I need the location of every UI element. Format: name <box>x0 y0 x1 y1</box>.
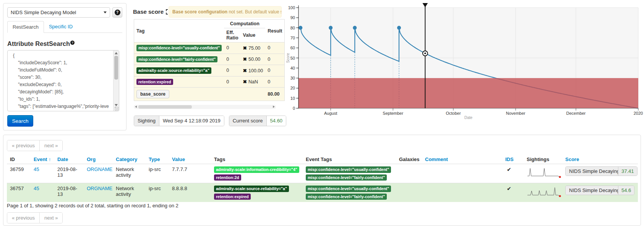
tag-badge[interactable]: admiralty-scale:information-credibility=… <box>214 166 299 173</box>
cursor-handle-icon[interactable] <box>422 3 428 7</box>
multiply-icon: ✖ <box>243 68 247 73</box>
model-select[interactable]: NIDS Simple Decaying Model <box>7 7 110 18</box>
column-header-value[interactable]: Value <box>169 155 211 164</box>
sighting-dot[interactable] <box>329 26 333 30</box>
current-score-label: Current score <box>229 116 267 126</box>
column-header-computation: Computation <box>224 20 265 28</box>
tag-badge[interactable]: misp:confidence-level="usually-confident… <box>136 45 222 51</box>
column-header-event[interactable]: Event ↑ <box>31 155 54 164</box>
tag-badge[interactable]: misp:confidence-level="fairly-confident" <box>306 194 387 200</box>
resize-grip[interactable] <box>115 107 119 111</box>
tag-badge[interactable]: misp:confidence-level="usually-confident… <box>306 166 391 173</box>
column-header-event-tags: Event Tags <box>303 155 396 164</box>
previous-page-button[interactable]: « previous <box>7 213 39 223</box>
scrollbar-thumb[interactable] <box>114 56 118 80</box>
tag-badge[interactable]: misp:confidence-level="fairly-confident" <box>306 174 387 181</box>
sighting-end-dot <box>559 176 561 178</box>
sighting-dot[interactable] <box>353 26 357 30</box>
question-icon: ? <box>115 10 120 15</box>
column-header-category[interactable]: Category <box>113 155 146 164</box>
score-widget[interactable]: NIDS Simple Decaying …54.6 <box>565 186 634 195</box>
y-tick-label: 20 <box>290 86 295 90</box>
search-button[interactable]: Search <box>7 115 33 127</box>
multiply-icon: ✖ <box>243 79 247 85</box>
textarea-scrollbar[interactable] <box>113 50 119 111</box>
horizontal-scrollbar[interactable] <box>134 105 276 109</box>
scrollbar-thumb[interactable] <box>138 105 192 109</box>
column-header-score[interactable]: Score <box>562 155 638 164</box>
org-link[interactable]: ORGNAME <box>87 186 112 191</box>
previous-page-button[interactable]: « previous <box>7 140 39 151</box>
tag-badge[interactable]: misp:confidence-level="fairly-confident" <box>136 56 217 63</box>
scroll-down-icon[interactable] <box>115 104 118 106</box>
tag-badge[interactable]: retention:expired <box>136 79 173 85</box>
tab-specific-id[interactable]: Specific ID <box>44 21 78 33</box>
y-axis-label: Score <box>286 53 290 63</box>
event-link[interactable]: 45 <box>34 166 39 172</box>
result-value: 0 <box>265 76 285 88</box>
next-page-button[interactable]: next » <box>39 140 62 151</box>
cell-galaxies <box>396 183 422 202</box>
scroll-right-icon[interactable] <box>273 106 275 108</box>
event-link[interactable]: 45 <box>34 186 39 191</box>
sighting-dot[interactable] <box>397 26 401 30</box>
column-header-tag: Tag <box>134 20 224 42</box>
result-value: 0 <box>265 42 285 54</box>
x-tick-label: October <box>446 111 461 116</box>
tab-restsearch[interactable]: RestSearch <box>7 21 44 33</box>
cell-category: Network activity <box>113 183 146 202</box>
y-tick-label: 80 <box>290 26 295 30</box>
x-axis-label: Date <box>464 116 473 120</box>
alert-bold-text: Base score configuration <box>172 9 227 15</box>
base-score-chip: base_score <box>136 90 169 98</box>
column-header-result: Result <box>265 20 285 42</box>
column-header-comment[interactable]: Comment <box>422 155 502 164</box>
cursor-score-marker-dot <box>424 52 426 54</box>
sightings-sparkline[interactable] <box>527 186 562 198</box>
sightings-sparkline[interactable] <box>527 166 562 179</box>
tag-badge[interactable]: admiralty-scale:source-reliability="a" <box>136 67 211 74</box>
event-tags: misp:confidence-level="usually-confident… <box>306 166 393 181</box>
computation-value: ✖50.00 <box>241 54 266 65</box>
chevron-down-icon <box>104 11 107 13</box>
column-header-org[interactable]: Org <box>84 155 113 164</box>
base-score-row: misp:confidence-level="usually-confident… <box>134 42 285 54</box>
column-header-galaxies: Galaxies <box>396 155 422 164</box>
attribute-tags: admiralty-scale:information-credibility=… <box>214 166 300 181</box>
tag-badge[interactable]: retention:expired <box>214 194 251 200</box>
column-header-date[interactable]: Date <box>54 155 84 164</box>
current-score-group: Current score 54.60 <box>229 116 286 126</box>
sighting-dot[interactable] <box>298 26 302 30</box>
base-score-total-row: base_score 80.00 <box>134 88 285 101</box>
x-tick-label: August <box>324 111 337 116</box>
org-link[interactable]: ORGNAME <box>87 166 112 172</box>
restsearch-json-input[interactable]: { "includeDecayScore": 1, "includeFullMo… <box>7 50 119 111</box>
tag-badge[interactable]: misp:confidence-level="usually-confident… <box>306 186 391 192</box>
y-tick-label: 50 <box>290 56 295 60</box>
column-header-ids[interactable]: IDS <box>502 155 524 164</box>
column-header-id: ID <box>7 155 31 164</box>
scroll-left-icon[interactable] <box>135 106 137 108</box>
restsearch-json-text: { "includeDecayScore": 1, "includeFullMo… <box>8 50 113 111</box>
cell-comment <box>422 164 502 183</box>
column-header-type[interactable]: Type <box>146 155 169 164</box>
base-score-table: Tag Computation Result Eff. Ratio Value … <box>134 19 285 101</box>
help-button[interactable]: ? <box>112 7 122 18</box>
scroll-up-icon[interactable] <box>115 52 118 54</box>
tab-bar: RestSearch Specific ID <box>7 21 122 33</box>
next-page-button[interactable]: next » <box>39 213 62 223</box>
tag-badge[interactable]: admiralty-scale:source-reliability="a" <box>214 186 289 192</box>
base-score-title-text: Base score <box>133 8 164 15</box>
sighting-group: Sighting Wed Sep 4 12:18:09 2019 <box>134 116 224 126</box>
ids-check-icon: ✔ <box>505 186 511 192</box>
tag-badge[interactable]: retention:2d <box>214 174 241 181</box>
score-widget[interactable]: NIDS Simple Decaying …37.41 <box>565 166 638 176</box>
score-model-label: NIDS Simple Decaying … <box>566 186 618 195</box>
computation-value: ✖75.00 <box>241 42 266 54</box>
base-score-row: misp:confidence-level="fairly-confident"… <box>134 54 285 65</box>
question-icon: ? <box>70 41 75 45</box>
base-score-row: admiralty-scale:source-reliability="a"0✖… <box>134 65 285 77</box>
alert-rest-text: not set. But default value sets. <box>227 9 282 15</box>
column-header-tags: Tags <box>211 155 303 164</box>
cell-comment <box>422 183 502 202</box>
